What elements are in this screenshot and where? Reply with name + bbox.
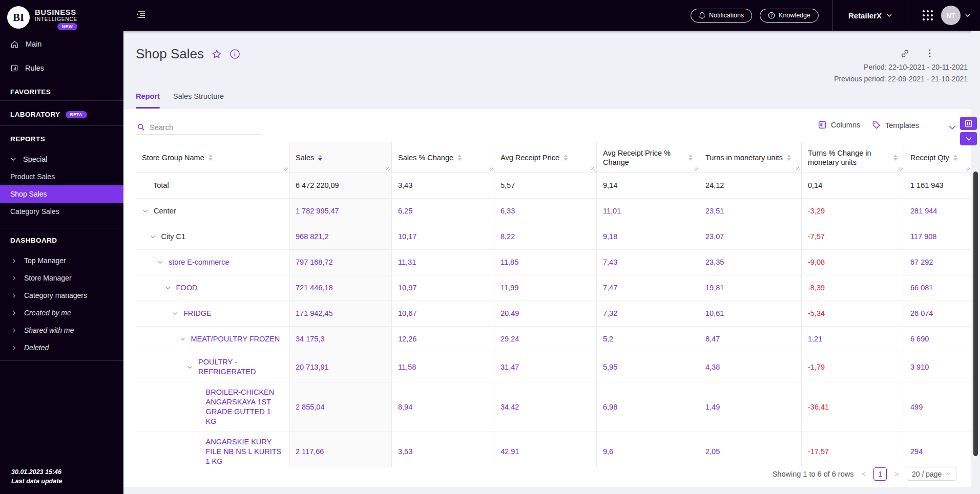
tab-report[interactable]: Report [136, 92, 160, 100]
sort-icon[interactable] [787, 155, 791, 161]
row-label-cell: store E-commerce [136, 250, 289, 275]
apps-grid-icon[interactable] [923, 10, 933, 20]
table-row[interactable]: MEAT/POULTRY FROZEN34 175,312,2629,245,2… [136, 327, 971, 352]
dashboard-item-deleted[interactable]: Deleted [0, 339, 123, 356]
sidebar-item-label: Rules [25, 64, 44, 72]
user-menu[interactable]: NT [941, 6, 971, 25]
sidebar-collapse-icon[interactable] [135, 8, 149, 22]
next-page-icon[interactable]: > [893, 469, 901, 478]
chevron-down-icon [886, 12, 892, 18]
table-cell: 1 161 943 [904, 173, 971, 198]
table-cell: 2,05 [699, 432, 802, 467]
tenant-switcher[interactable]: RetailerX [839, 11, 902, 20]
sidebar-item-main[interactable]: Main [0, 35, 123, 53]
favorite-star-icon[interactable] [211, 49, 222, 60]
search-input[interactable] [150, 123, 252, 132]
report-panel: Columns Templates Store Group NameSalesS… [123, 109, 980, 487]
column-header-receipt-qty[interactable]: Receipt Qty [904, 142, 971, 173]
table-row[interactable]: ANGARSKIE KURY FILE NB NS L KURITS 1 KG2… [136, 432, 971, 467]
dashboard-item-created-by-me[interactable]: Created by me [0, 304, 123, 321]
table-cell: 4,38 [699, 352, 802, 382]
column-resize-handle[interactable] [284, 167, 288, 171]
row-label: MEAT/POULTRY FROZEN [191, 334, 280, 344]
dashboard-item-store-manager[interactable]: Store Manager [0, 269, 123, 287]
tab-sales-structure[interactable]: Sales Structure [173, 92, 224, 100]
table-cell: 7,47 [597, 275, 699, 300]
column-header-turns-in-monetary-units[interactable]: Turns in monetary units [699, 142, 802, 173]
column-header-turns-change-in-monetary-units[interactable]: Turns % Change in monetary units [802, 142, 904, 173]
expand-chevron-icon[interactable] [180, 336, 185, 342]
pagination: Showing 1 to 6 of 6 rows < 1 > 20 / page [773, 467, 956, 481]
table-row[interactable]: City C1968 821,210,178,229,1823,07-7,571… [136, 224, 971, 250]
templates-chevron-icon[interactable] [948, 124, 956, 131]
table-cell: 6,98 [597, 382, 699, 432]
column-header-avg-receipt-price-change[interactable]: Avg Receipt Price % Change [597, 142, 699, 173]
column-resize-handle[interactable] [899, 167, 903, 171]
expand-chevron-icon[interactable] [187, 364, 193, 370]
vertical-scrollbar[interactable] [973, 171, 978, 456]
sidebar-item-product-sales[interactable]: Product Sales [0, 168, 123, 185]
divider [0, 360, 123, 361]
page-number[interactable]: 1 [873, 467, 887, 481]
info-icon[interactable] [230, 49, 240, 59]
table-row[interactable]: store E-commerce797 168,7211,3111,857,43… [136, 250, 971, 275]
sort-icon[interactable] [457, 155, 462, 161]
section-reports: REPORTS [10, 135, 45, 143]
sort-icon[interactable] [953, 155, 957, 161]
table-settings-button[interactable] [960, 117, 977, 130]
divider [0, 100, 123, 101]
table-cell: -17,57 [802, 432, 904, 467]
table-row[interactable]: POULTRY - REFRIGERATED20 713,9111,5831,4… [136, 352, 971, 382]
expand-chevron-icon[interactable] [172, 311, 178, 316]
expand-chevron-icon[interactable] [150, 234, 156, 240]
sidebar-item-shop-sales[interactable]: Shop Sales [0, 185, 123, 203]
sidebar-item-category-sales[interactable]: Category Sales [0, 203, 123, 220]
table-cell: 499 [904, 382, 971, 432]
columns-button[interactable]: Columns [818, 121, 860, 129]
templates-button[interactable]: Templates [872, 121, 919, 130]
column-header-avg-receipt-price[interactable]: Avg Receipt Price [494, 142, 597, 173]
table-cell: 11,58 [392, 352, 494, 382]
sort-icon[interactable] [208, 155, 213, 161]
column-resize-handle[interactable] [591, 167, 595, 171]
expand-chevron-icon[interactable] [157, 260, 163, 265]
dashboard-item-top-manager[interactable]: Top Manager [0, 252, 123, 269]
knowledge-button[interactable]: Knowledge [760, 9, 819, 23]
last-data-update: 30.01.2023 15:46 Last data update [11, 468, 62, 485]
dashboard-item-category-managers[interactable]: Category managers [0, 287, 123, 304]
column-resize-handle[interactable] [694, 167, 698, 171]
table-row[interactable]: BROILER-CHICKEN ANGARSKAYA 1ST GRADE GUT… [136, 382, 971, 432]
notifications-label: Notifications [709, 12, 744, 19]
collapse-panel-button[interactable] [960, 132, 977, 145]
expand-chevron-icon[interactable] [142, 208, 148, 214]
sort-icon[interactable] [318, 155, 322, 161]
expand-chevron-icon[interactable] [165, 285, 171, 291]
page-size-select[interactable]: 20 / page [907, 467, 956, 481]
sort-icon[interactable] [564, 155, 568, 161]
column-resize-handle[interactable] [386, 167, 390, 171]
section-favorites: FAVORITES [10, 88, 51, 96]
column-resize-handle[interactable] [796, 167, 800, 171]
column-resize-handle[interactable] [966, 167, 970, 171]
sort-icon[interactable] [893, 155, 898, 161]
share-link-icon[interactable] [900, 48, 910, 59]
table-row[interactable]: Total6 472 220,093,435,579,1424,120,141 … [136, 173, 971, 199]
prev-page-icon[interactable]: < [860, 469, 867, 478]
table-cell: 9,18 [597, 224, 699, 249]
column-header-store-group-name[interactable]: Store Group Name [136, 142, 289, 173]
column-header-sales[interactable]: Sales [289, 142, 392, 173]
column-header-sales-change[interactable]: Sales % Change [392, 142, 494, 173]
sidebar-item-rules[interactable]: Rules [0, 59, 123, 77]
sidebar-group-special[interactable]: Special [0, 151, 123, 168]
brand-line2: INTELLIGENCE [35, 16, 77, 22]
notifications-button[interactable]: Notifications [691, 9, 752, 23]
kebab-menu-icon[interactable] [925, 48, 935, 59]
app-logo[interactable]: BI BUSINESS INTELLIGENCE NEW [0, 0, 123, 32]
table-row[interactable]: Center1 782 995,476,256,3311,0123,51-3,2… [136, 199, 971, 224]
column-resize-handle[interactable] [489, 167, 493, 171]
chevron-right-icon [11, 328, 17, 333]
dashboard-item-shared-with-me[interactable]: Shared with me [0, 321, 123, 339]
table-row[interactable]: FOOD721 446,1810,9711,997,4719,81-8,3966… [136, 275, 971, 301]
table-row[interactable]: FRIDGE171 942,4510,6720,497,3210,61-5,34… [136, 301, 971, 327]
sort-icon[interactable] [689, 155, 693, 161]
